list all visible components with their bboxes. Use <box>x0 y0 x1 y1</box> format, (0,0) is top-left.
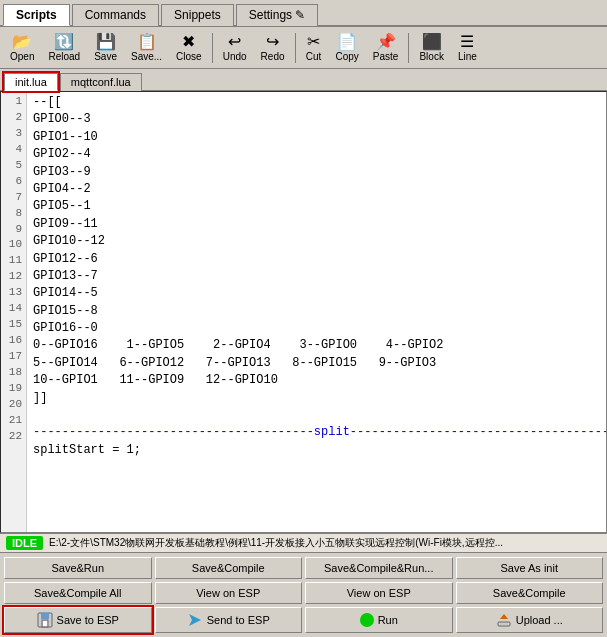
toolbar-redo-btn[interactable]: ↪ Redo <box>255 30 291 65</box>
tab-commands[interactable]: Commands <box>72 4 159 26</box>
svg-rect-3 <box>43 621 47 626</box>
toolbar-save-btn[interactable]: 💾 Save <box>88 30 123 65</box>
toolbar-open-btn[interactable]: 📂 Open <box>4 30 40 65</box>
toolbar-block-btn[interactable]: ⬛ Block <box>413 30 449 65</box>
status-bar: IDLE E:\2-文件\STM32物联网开发板基础教程\例程\11-开发板接入… <box>0 533 607 553</box>
line-numbers: 12345678910111213141516171819202122 <box>1 92 27 532</box>
save-run-button[interactable]: Save&Run <box>4 557 152 579</box>
action-btn-row-3: Save to ESP Send to ESP Run <box>4 607 603 633</box>
toolbar-undo-btn[interactable]: ↩ Undo <box>217 30 253 65</box>
file-tab-init-lua[interactable]: init.lua <box>4 73 58 91</box>
save-to-esp-icon <box>37 612 53 628</box>
run-icon <box>360 613 374 627</box>
toolbar-close-btn[interactable]: ✖ Close <box>170 30 208 65</box>
save-compile-run-button[interactable]: Save&Compile&Run... <box>305 557 453 579</box>
saveas-icon: 📋 <box>137 33 157 51</box>
status-idle-badge: IDLE <box>6 536 43 550</box>
toolbar-separator-3 <box>408 33 409 63</box>
paste-icon: 📌 <box>376 33 396 51</box>
toolbar-separator-2 <box>295 33 296 63</box>
send-to-esp-button[interactable]: Send to ESP <box>155 607 303 633</box>
action-area: Save&Run Save&Compile Save&Compile&Run..… <box>0 553 607 637</box>
reload-icon: 🔃 <box>54 33 74 51</box>
save-to-esp-button[interactable]: Save to ESP <box>4 607 152 633</box>
undo-icon: ↩ <box>228 33 241 51</box>
toolbar-line-btn[interactable]: ☰ Line <box>452 30 483 65</box>
upload-icon <box>496 612 512 628</box>
save-compile-all-button[interactable]: Save&Compile All <box>4 582 152 604</box>
svg-marker-4 <box>189 614 201 626</box>
upload-button[interactable]: Upload ... <box>456 607 604 633</box>
redo-icon: ↪ <box>266 33 279 51</box>
settings-icon: ✎ <box>295 8 305 22</box>
open-icon: 📂 <box>12 33 32 51</box>
save-compile-2-button[interactable]: Save&Compile <box>456 582 604 604</box>
tab-settings[interactable]: Settings ✎ <box>236 4 319 26</box>
code-editor[interactable]: 12345678910111213141516171819202122 --[[… <box>0 91 607 533</box>
file-tab-mqttconf-lua[interactable]: mqttconf.lua <box>60 73 142 91</box>
tab-scripts[interactable]: Scripts <box>3 4 70 26</box>
save-compile-button[interactable]: Save&Compile <box>155 557 303 579</box>
action-btn-row-1: Save&Run Save&Compile Save&Compile&Run..… <box>4 557 603 579</box>
toolbar: 📂 Open 🔃 Reload 💾 Save 📋 Save... ✖ Close… <box>0 27 607 69</box>
svg-rect-5 <box>498 622 510 626</box>
toolbar-copy-btn[interactable]: 📄 Copy <box>330 30 365 65</box>
top-tab-bar: Scripts Commands Snippets Settings ✎ <box>0 0 607 27</box>
toolbar-reload-btn[interactable]: 🔃 Reload <box>42 30 86 65</box>
editor-wrapper: 12345678910111213141516171819202122 --[[… <box>0 91 607 533</box>
main-container: Scripts Commands Snippets Settings ✎ 📂 O… <box>0 0 607 637</box>
toolbar-saveas-btn[interactable]: 📋 Save... <box>125 30 168 65</box>
view-on-esp-2-button[interactable]: View on ESP <box>305 582 453 604</box>
code-content: --[[GPIO0--3GPIO1--10GPIO2--4GPIO3--9GPI… <box>27 92 606 532</box>
toolbar-paste-btn[interactable]: 📌 Paste <box>367 30 405 65</box>
cut-icon: ✂ <box>307 33 320 51</box>
svg-rect-1 <box>41 613 49 619</box>
run-button[interactable]: Run <box>305 607 453 633</box>
line-icon: ☰ <box>460 33 474 51</box>
save-icon: 💾 <box>96 33 116 51</box>
tab-snippets[interactable]: Snippets <box>161 4 234 26</box>
close-icon: ✖ <box>182 33 195 51</box>
copy-icon: 📄 <box>337 33 357 51</box>
view-on-esp-1-button[interactable]: View on ESP <box>155 582 303 604</box>
svg-marker-6 <box>500 614 508 619</box>
file-tab-bar: init.lua mqttconf.lua <box>0 69 607 91</box>
send-to-esp-icon <box>187 612 203 628</box>
toolbar-separator-1 <box>212 33 213 63</box>
block-icon: ⬛ <box>422 33 442 51</box>
save-as-init-button[interactable]: Save As init <box>456 557 604 579</box>
status-path: E:\2-文件\STM32物联网开发板基础教程\例程\11-开发板接入小五物联实… <box>49 536 503 550</box>
action-btn-row-2: Save&Compile All View on ESP View on ESP… <box>4 582 603 604</box>
toolbar-cut-btn[interactable]: ✂ Cut <box>300 30 328 65</box>
